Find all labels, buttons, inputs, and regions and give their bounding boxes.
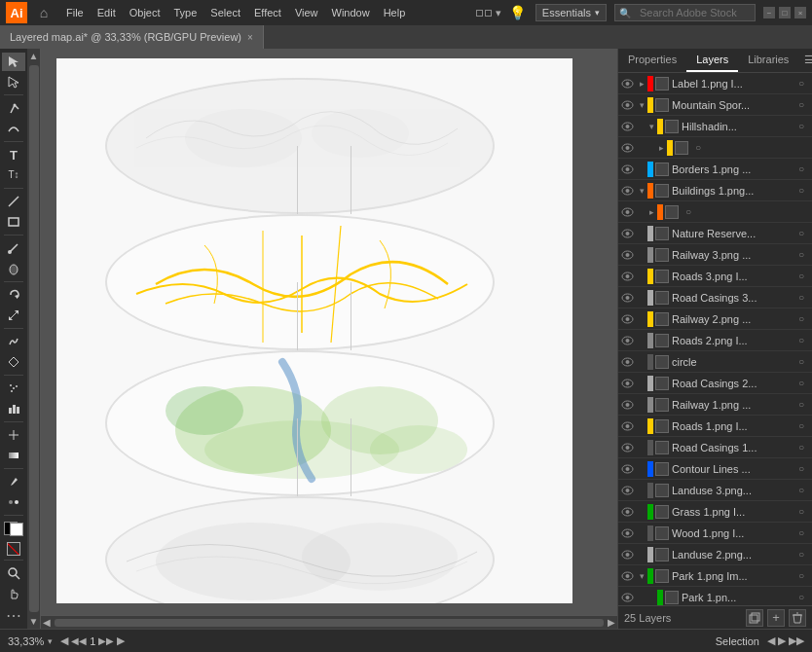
layer-target-circle[interactable]: ○: [794, 163, 808, 174]
layer-row[interactable]: ▾ Hillshadin... ○: [618, 116, 812, 137]
essentials-dropdown[interactable]: Essentials ▾: [535, 4, 607, 21]
layer-expand-button[interactable]: ▸: [646, 207, 657, 217]
layer-visibility-toggle[interactable]: [618, 421, 636, 431]
layer-visibility-toggle[interactable]: [618, 314, 636, 324]
menu-edit[interactable]: Edit: [92, 5, 122, 20]
layer-target-circle[interactable]: ○: [794, 78, 808, 89]
warp-tool-button[interactable]: [2, 333, 25, 351]
layer-visibility-toggle[interactable]: [618, 100, 636, 110]
delete-layer-button[interactable]: [789, 609, 806, 627]
layer-row[interactable]: Wood 1.png I... ○: [618, 523, 812, 544]
layer-expand-button[interactable]: ▾: [636, 186, 647, 196]
nav-next-icon[interactable]: ▶▶: [98, 635, 114, 646]
rectangle-tool-button[interactable]: [2, 213, 25, 232]
blob-brush-tool-button[interactable]: [2, 259, 25, 277]
layer-target-circle[interactable]: ○: [794, 506, 808, 517]
layer-row[interactable]: Road Casings 2... ○: [618, 373, 812, 394]
play-next-button[interactable]: ▶▶: [789, 634, 804, 647]
layer-visibility-toggle[interactable]: [618, 443, 636, 453]
layer-row[interactable]: ▾ Mountain Spor... ○: [618, 94, 812, 116]
layer-visibility-toggle[interactable]: [618, 464, 636, 474]
layer-target-circle[interactable]: ○: [794, 485, 808, 495]
close-icon[interactable]: ×: [794, 7, 806, 18]
direct-select-tool-button[interactable]: [2, 73, 25, 91]
tab-libraries[interactable]: Libraries: [738, 49, 798, 72]
workspace-dropdown-icon[interactable]: ▾: [496, 7, 501, 19]
layer-target-circle[interactable]: ○: [691, 142, 705, 153]
layer-visibility-toggle[interactable]: [618, 272, 636, 281]
panel-menu-button[interactable]: ☰: [798, 49, 812, 72]
layer-target-circle[interactable]: ○: [794, 99, 808, 110]
menu-effect[interactable]: Effect: [248, 5, 287, 20]
layer-row[interactable]: circle ○: [618, 351, 812, 373]
layer-expand-button[interactable]: ▸: [655, 143, 667, 153]
layer-target-circle[interactable]: ○: [794, 399, 808, 410]
nav-prev-icon-2[interactable]: ◀◀: [71, 635, 87, 646]
curvature-tool-button[interactable]: [2, 120, 25, 138]
layer-target-circle[interactable]: ○: [794, 185, 808, 196]
nav-prev-icon[interactable]: ◀: [60, 634, 68, 647]
layer-target-circle[interactable]: ○: [794, 292, 808, 303]
make-sublayer-button[interactable]: [746, 609, 763, 627]
layer-expand-button[interactable]: ▾: [646, 122, 657, 131]
layer-target-circle[interactable]: ○: [794, 313, 808, 324]
layer-row[interactable]: Railway 1.png ... ○: [618, 394, 812, 416]
menu-help[interactable]: Help: [378, 5, 412, 20]
layer-row[interactable]: Landuse 3.png... ○: [618, 480, 812, 501]
layer-visibility-toggle[interactable]: [618, 550, 636, 560]
stock-search-input[interactable]: [634, 4, 751, 21]
zoom-dropdown-icon[interactable]: ▾: [48, 636, 53, 646]
layer-target-circle[interactable]: ○: [794, 570, 808, 581]
artboard[interactable]: [56, 58, 572, 603]
layer-expand-button[interactable]: ▾: [636, 571, 647, 581]
scroll-left-button[interactable]: ◀: [43, 617, 51, 628]
layer-visibility-toggle[interactable]: [618, 357, 636, 367]
layer-row[interactable]: Roads 3.png I... ○: [618, 266, 812, 287]
layer-visibility-toggle[interactable]: [618, 164, 636, 174]
layer-visibility-toggle[interactable]: [618, 122, 636, 131]
scroll-down-button[interactable]: ▼: [29, 616, 39, 627]
scroll-thumb[interactable]: [29, 65, 39, 612]
minimize-icon[interactable]: −: [763, 7, 775, 18]
scale-tool-button[interactable]: [2, 306, 25, 324]
layer-target-circle[interactable]: ○: [794, 335, 808, 345]
layer-visibility-toggle[interactable]: [618, 486, 636, 495]
menu-object[interactable]: Object: [124, 5, 166, 20]
layer-row[interactable]: ▸ ○: [618, 201, 812, 223]
menu-type[interactable]: Type: [168, 5, 203, 20]
gradient-tool-button[interactable]: [2, 446, 25, 464]
canvas-area[interactable]: ▲ ▼: [27, 49, 617, 629]
background-color[interactable]: [10, 523, 23, 536]
scroll-up-button[interactable]: ▲: [29, 51, 39, 61]
eyedropper-tool-button[interactable]: [2, 473, 25, 491]
tab-properties[interactable]: Properties: [618, 49, 686, 72]
layer-target-circle[interactable]: ○: [794, 228, 808, 238]
layer-row[interactable]: Park 1.pn... ○: [618, 587, 812, 605]
select-tool-button[interactable]: [2, 53, 25, 71]
line-tool-button[interactable]: [2, 193, 25, 211]
play-button[interactable]: ▶: [778, 634, 786, 647]
rotate-tool-button[interactable]: [2, 286, 25, 305]
layer-target-circle[interactable]: ○: [794, 442, 808, 453]
layer-row[interactable]: Roads 2.png I... ○: [618, 330, 812, 351]
layer-target-circle[interactable]: ○: [794, 356, 808, 367]
paintbrush-tool-button[interactable]: [2, 239, 25, 258]
menu-file[interactable]: File: [60, 5, 90, 20]
tab-close-button[interactable]: ×: [247, 32, 253, 43]
horizontal-scrollbar[interactable]: ◀ ▶: [41, 615, 617, 629]
zoom-tool-button[interactable]: [2, 564, 25, 583]
layer-target-circle[interactable]: ○: [794, 549, 808, 560]
layer-row[interactable]: Railway 3.png ... ○: [618, 244, 812, 266]
layer-visibility-toggle[interactable]: [618, 400, 636, 410]
home-icon[interactable]: ⌂: [33, 2, 55, 23]
none-color-icon[interactable]: [7, 542, 20, 556]
column-graph-tool-button[interactable]: [2, 399, 25, 417]
layer-visibility-toggle[interactable]: [618, 250, 636, 260]
layer-row[interactable]: Railway 2.png ... ○: [618, 308, 812, 330]
maximize-icon[interactable]: □: [779, 7, 791, 18]
layer-row[interactable]: Road Casings 1... ○: [618, 437, 812, 458]
layer-visibility-toggle[interactable]: [618, 571, 636, 581]
layer-visibility-toggle[interactable]: [618, 143, 636, 153]
document-tab[interactable]: Layered map.ai* @ 33,33% (RGB/GPU Previe…: [0, 25, 264, 49]
zoom-control[interactable]: 33,33% ▾: [8, 635, 53, 647]
